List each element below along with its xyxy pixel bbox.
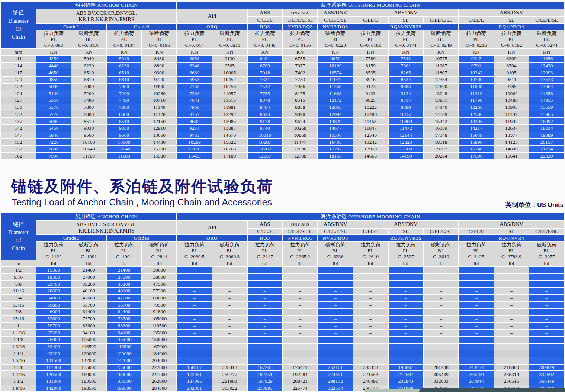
value-cell: 111000 <box>36 365 71 371</box>
value-cell: 9514 <box>389 97 423 104</box>
value-cell: 94100 <box>107 330 141 336</box>
value-cell: 10753 <box>212 84 247 90</box>
load-header-line: PL <box>36 248 71 254</box>
load-header-line: C=1422 <box>36 254 71 260</box>
value-cell: 21400 <box>71 267 106 273</box>
value-cell <box>459 267 494 273</box>
load-header-line: C=3236 <box>318 254 353 260</box>
data-row: 1 1/492200129000129000184000––––––––––– <box>1 350 564 357</box>
load-header-line: C=0. 0216 <box>459 42 494 48</box>
value-cell <box>389 267 423 273</box>
value-cell: 9825 <box>353 97 388 104</box>
value-cell: – <box>389 274 423 281</box>
value-cell: – <box>424 274 458 281</box>
value-cell: 187095 <box>177 378 212 385</box>
diameter-cell: 1 9/16 <box>1 385 36 392</box>
diameter-cell: 1 5/16 <box>1 357 36 364</box>
value-cell: 12540 <box>353 132 388 139</box>
load-header-line: C=0. 0196 <box>142 42 177 48</box>
value-cell: 10100 <box>71 139 106 145</box>
value-cell: 10268 <box>283 125 318 132</box>
value-unit-cell: Ibf <box>494 260 529 266</box>
value-cell: – <box>248 344 282 350</box>
value-cell: – <box>389 316 423 322</box>
value-unit-cell: KN <box>212 49 247 55</box>
society-cell: API <box>177 9 247 23</box>
load-header-line: 破断负荷 <box>318 30 353 36</box>
load-header-line: BL <box>318 36 353 42</box>
value-cell: – <box>494 288 529 294</box>
value-cell: – <box>177 330 212 336</box>
load-header-line: 拉力负荷 <box>248 30 282 36</box>
value-cell: 11180 <box>71 153 106 159</box>
value-cell: 7220 <box>36 139 71 145</box>
load-header-line: 拉力负荷 <box>36 242 71 248</box>
data-row: 1376080851085101216086821308591789674138… <box>1 118 564 124</box>
value-cell: 158187 <box>177 365 212 371</box>
load-header-line: BL <box>142 248 177 254</box>
value-cell: 4850 <box>36 77 71 83</box>
grade-scope-cell: C/EL/E/SL <box>318 17 353 23</box>
load-header-cell: 拉力负荷PLC=0. 0180 <box>353 30 388 48</box>
load-header-line: 破断负荷 <box>318 242 353 248</box>
value-cell: 12057 <box>248 153 282 159</box>
value-cell: 6810 <box>107 77 141 83</box>
load-header-line: C=1991 <box>107 254 141 260</box>
grade-scope-cell: C/EL/E <box>353 229 388 234</box>
value-cell: – <box>177 337 212 343</box>
value-unit-cell: Ibf <box>529 260 564 266</box>
value-cell <box>424 267 458 273</box>
grade-bar: Grade2 <box>36 235 106 241</box>
load-header-line: PL <box>107 248 141 254</box>
grade-scope-cell: SL <box>389 229 423 234</box>
value-cell: 15641 <box>494 153 529 159</box>
value-cell: – <box>494 330 529 336</box>
load-header-cell: 破断负荷BLC=0. 0249 <box>424 30 458 48</box>
value-cell: 8510 <box>107 118 141 124</box>
grade-scope-cell: C/EL/E/SL SL <box>283 229 318 234</box>
value-cell: 16992 <box>529 118 564 124</box>
value-cell: 14663 <box>353 153 388 159</box>
value-cell: – <box>283 357 318 364</box>
value-cell: 11163 <box>353 118 388 124</box>
value-cell: 11365 <box>318 84 353 90</box>
value-cell: 281238 <box>424 365 458 371</box>
load-header-line: 拉力负荷 <box>283 30 318 36</box>
value-cell: – <box>318 350 353 357</box>
data-row: 11/1628600401004010057300––––––––––– <box>1 288 564 294</box>
value-cell: – <box>529 281 564 287</box>
value-cell: – <box>248 274 282 281</box>
load-header-line: 拉力负荷 <box>107 242 141 248</box>
value-unit-cell: Ibf <box>142 260 177 266</box>
society-cell: ABS.BV.CCS.CR.DNV.GL.KR.LR.NK.RINA.RMRS <box>36 9 177 23</box>
value-cell: – <box>494 316 529 322</box>
value-cell: – <box>389 295 423 301</box>
value-cell: 10700 <box>459 77 494 83</box>
value-cell: 55700 <box>71 302 106 308</box>
value-cell: 64400 <box>107 309 141 315</box>
value-cell: – <box>318 323 353 329</box>
value-cell: 12993 <box>529 69 564 76</box>
value-cell: – <box>389 288 423 294</box>
data-row: 1 1/16672009410094100135000––––––––––– <box>1 330 564 336</box>
value-cell: 176471 <box>283 365 318 371</box>
value-cell: 337592 <box>529 371 564 378</box>
load-header-line: 拉力负荷 <box>389 30 423 36</box>
society-cell: DNV ABS <box>283 221 318 228</box>
society-cell: ABS/DNV <box>353 9 458 16</box>
value-cell: – <box>318 295 353 301</box>
value-cell: 135000 <box>142 330 177 336</box>
value-cell: – <box>494 323 529 329</box>
data-row: 1114250594059408480605891306401675596507… <box>1 56 564 62</box>
value-cell: 9560 <box>107 132 141 139</box>
value-cell: 12910 <box>142 125 177 132</box>
value-cell: 13964 <box>529 84 564 90</box>
value-cell: 34000 <box>36 295 71 301</box>
load-header-line: 拉力负荷 <box>177 30 212 36</box>
value-cell: 18166 <box>318 153 353 159</box>
value-cell: 6080 <box>36 118 71 124</box>
value-cell: 17596 <box>459 153 494 159</box>
society-line: ABS.BV.CCS.CR.DNV.GL. <box>36 10 177 16</box>
value-cell: 14430 <box>142 139 177 145</box>
value-cell: 9560 <box>71 132 106 139</box>
